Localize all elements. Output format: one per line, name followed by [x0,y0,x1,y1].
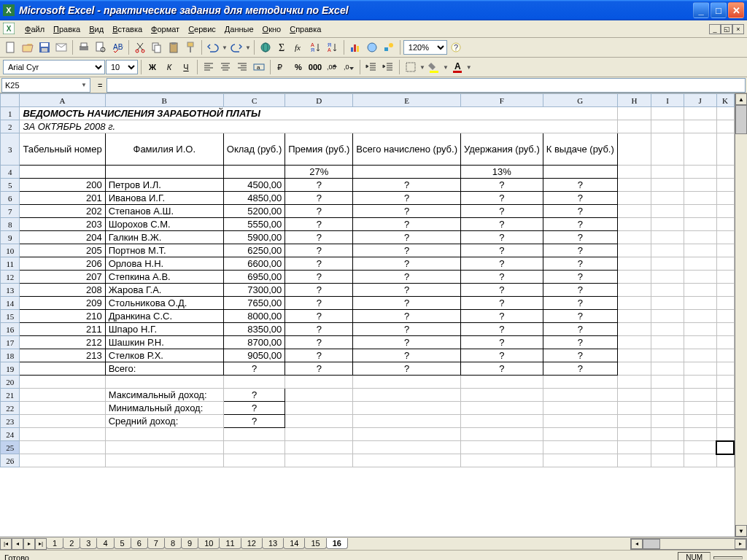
new-button[interactable] [3,39,19,55]
cell-payout[interactable]: ? [543,336,617,349]
row-header[interactable]: 25 [1,441,20,454]
cell-name[interactable]: Орлова Н.Н. [105,257,223,271]
row-header[interactable]: 6 [1,192,20,205]
increase-indent-button[interactable] [380,59,396,75]
zoom-combo[interactable]: 120% [403,40,447,55]
cell-tabno[interactable]: 204 [20,231,105,244]
cell-premium[interactable]: ? [285,297,353,310]
cell-deduct[interactable]: ? [461,205,543,218]
menu-help[interactable]: Справка [285,23,325,35]
sheet-tab[interactable]: 16 [326,538,348,549]
hdr-total[interactable]: Всего начислено (руб.) [353,133,461,166]
hdr-salary[interactable]: Оклад (руб.) [223,133,285,166]
cell-premium[interactable]: ? [285,271,353,284]
cell-payout[interactable]: ? [543,218,617,231]
hdr-deduct[interactable]: Удержания (руб.) [461,133,543,166]
underline-button[interactable]: Ч [178,59,194,75]
cell-deduct[interactable]: ? [461,231,543,244]
cell-total[interactable]: ? [353,244,461,257]
sheet-title[interactable]: ВЕДОМОСТЬ НАЧИСЛЕНИЯ ЗАРАБОТНОЙ ПЛАТЫ [20,107,617,120]
cell-payout[interactable]: ? [543,244,617,257]
borders-button[interactable] [403,59,419,75]
row-header[interactable]: 14 [1,297,20,310]
name-box[interactable]: K25▼ [1,78,90,93]
row-header[interactable]: 1 [1,107,20,120]
row-header[interactable]: 20 [1,376,20,389]
cell-name[interactable]: Шорохов С.М. [105,218,223,231]
sheet-subtitle[interactable]: ЗА ОКТЯБРЬ 2008 г. [20,120,617,133]
hdr-premium[interactable]: Премия (руб.) [285,133,353,166]
cell-salary[interactable]: 7300,00 [223,284,285,297]
cell-payout[interactable]: ? [543,257,617,271]
cell-premium[interactable]: ? [285,244,353,257]
close-button[interactable]: ✕ [728,2,744,18]
row-header[interactable]: 23 [1,415,20,428]
cell-deduct[interactable]: ? [461,349,543,362]
sheet-tab[interactable]: 15 [304,538,326,549]
sheet-tab[interactable]: 9 [181,538,198,549]
cell-tabno[interactable]: 200 [20,179,105,192]
hdr-tabno[interactable]: Табельный номер [20,133,105,166]
cell-tabno[interactable]: 201 [20,192,105,205]
cell-total[interactable]: ? [353,218,461,231]
menu-edit[interactable]: Правка [49,23,85,35]
cell-tabno[interactable]: 213 [20,349,105,362]
cell-deduct[interactable]: ? [461,244,543,257]
cell-total[interactable]: ? [353,310,461,323]
align-center-button[interactable] [217,59,233,75]
cell-name[interactable]: Шашкин Р.Н. [105,336,223,349]
cell-tabno[interactable]: 205 [20,244,105,257]
row-header[interactable]: 9 [1,231,20,244]
row-header[interactable]: 11 [1,257,20,271]
cell-payout[interactable]: ? [543,310,617,323]
cell-premium[interactable]: ? [285,192,353,205]
cell-deduct[interactable]: ? [461,192,543,205]
summary-avg[interactable]: Средний доход: [105,415,223,428]
scroll-thumb[interactable] [735,105,747,134]
cell-tabno[interactable]: 207 [20,271,105,284]
cell-tabno[interactable]: 202 [20,205,105,218]
summary-min[interactable]: Минимальный доход: [105,402,223,415]
cell-deduct[interactable]: ? [461,310,543,323]
tab-prev-button[interactable]: ◂ [12,538,23,550]
col-header-C[interactable]: C [223,94,285,107]
cell-premium[interactable]: ? [285,310,353,323]
cell-name[interactable]: Стелков Р.Х. [105,349,223,362]
cell-salary[interactable]: 8700,00 [223,336,285,349]
sheet-tab[interactable]: 10 [198,538,220,549]
autosum-button[interactable]: Σ [274,39,290,55]
format-painter-button[interactable] [182,39,198,55]
cell-total[interactable]: ? [353,349,461,362]
col-header-K[interactable]: K [716,94,734,107]
sheet-tab[interactable]: 5 [114,538,131,549]
spellcheck-button[interactable]: ABC [109,39,125,55]
cell-name[interactable]: Жарова Г.А. [105,284,223,297]
menu-format[interactable]: Формат [147,23,184,35]
cell-total[interactable]: ? [353,323,461,336]
grid[interactable]: A B C D E F G H I J K 1ВЕДОМОСТЬ НАЧИСЛЕ… [0,93,735,467]
sheet-tab[interactable]: 3 [80,538,97,549]
cell-total[interactable]: ? [353,192,461,205]
cell-total[interactable]: ? [353,336,461,349]
cell-payout[interactable]: ? [543,271,617,284]
row-header[interactable]: 26 [1,454,20,467]
row-header[interactable]: 15 [1,310,20,323]
sheet-tab[interactable]: 14 [283,538,305,549]
copy-button[interactable] [149,39,165,55]
cell-payout[interactable]: ? [543,349,617,362]
cell-payout[interactable]: ? [543,231,617,244]
cell-salary[interactable]: 8000,00 [223,310,285,323]
minimize-button[interactable]: _ [693,2,709,18]
cell-tabno[interactable]: 206 [20,257,105,271]
cell-total[interactable]: ? [353,205,461,218]
row-header[interactable]: 3 [1,133,20,166]
cell-premium[interactable]: ? [285,284,353,297]
sheet-tab[interactable]: 8 [164,538,182,549]
cell-salary[interactable]: 4850,00 [223,192,285,205]
cell-premium[interactable]: ? [285,257,353,271]
cell-premium[interactable]: ? [285,179,353,192]
menu-view[interactable]: Вид [85,23,108,35]
col-header-J[interactable]: J [684,94,716,107]
cell-total[interactable]: ? [353,284,461,297]
help-button[interactable]: ? [448,39,464,55]
